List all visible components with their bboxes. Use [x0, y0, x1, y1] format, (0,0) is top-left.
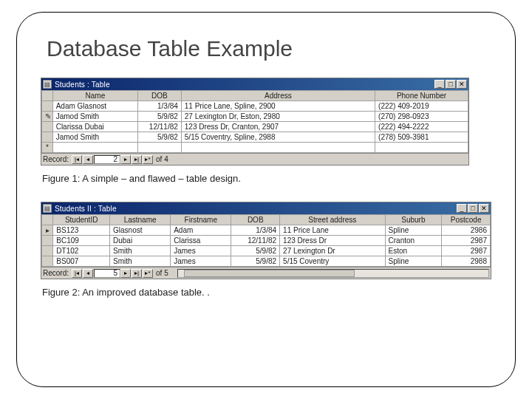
nav-next-button[interactable]: ▸	[120, 269, 131, 278]
table-row-new[interactable]: *	[42, 143, 468, 153]
table-row[interactable]: BC109DubaiClarissa12/11/82123 Dress DrCr…	[42, 236, 491, 246]
maximize-button[interactable]: □	[446, 80, 456, 89]
cell[interactable]: 2987	[442, 236, 491, 246]
cell[interactable]: BS007	[53, 256, 110, 267]
row-marker: *	[42, 143, 53, 153]
col-dob[interactable]: DOB	[231, 215, 280, 225]
nav-prev-button[interactable]: ◂	[83, 155, 93, 164]
col-name[interactable]: Name	[52, 91, 137, 101]
cell[interactable]: 12/11/82	[138, 122, 182, 132]
nav-new-button[interactable]: ▸*	[143, 155, 153, 164]
cell[interactable]: Smith	[110, 256, 171, 267]
cell[interactable]: (222) 409-2019	[375, 101, 468, 112]
nav-new-button[interactable]: ▸*	[143, 269, 153, 278]
cell[interactable]: 1/3/84	[138, 101, 182, 112]
record-total: 4	[164, 155, 168, 163]
cell[interactable]	[138, 143, 182, 153]
cell[interactable]: Adam	[171, 225, 231, 236]
close-button[interactable]: ✕	[479, 204, 489, 213]
nav-prev-button[interactable]: ◂	[83, 269, 93, 278]
cell[interactable]: Eston	[385, 246, 442, 256]
table-row[interactable]: Jamod Smith5/9/825/15 Coventry, Spline, …	[42, 132, 468, 143]
figure1-table[interactable]: Name DOB Address Phone Number Adam Glasn…	[41, 90, 468, 153]
row-selector-header	[42, 91, 53, 101]
cell[interactable]: Clarissa Dubai	[52, 122, 137, 132]
cell[interactable]: 123 Dress Dr	[280, 236, 385, 246]
table-header-row: Name DOB Address Phone Number	[42, 91, 468, 101]
table-row[interactable]: BS007SmithJames5/9/825/15 CoventrySpline…	[42, 256, 491, 267]
table-row[interactable]: Clarissa Dubai12/11/82123 Dress Dr, Cran…	[42, 122, 468, 132]
cell[interactable]: Cranton	[385, 236, 442, 246]
cell[interactable]: Spline	[385, 256, 442, 267]
cell[interactable]: 2986	[442, 225, 491, 236]
slide-frame: Database Table Example ▤ Students : Tabl…	[16, 12, 516, 387]
record-number-input[interactable]: 5	[94, 269, 120, 278]
figure2-table[interactable]: StudentID Lastname Firstname DOB Street …	[41, 214, 491, 267]
cell[interactable]: 2987	[442, 246, 491, 256]
col-firstname[interactable]: Firstname	[171, 215, 231, 225]
cell[interactable]: 11 Price Lane, Spline, 2900	[181, 101, 375, 112]
cell[interactable]: Jamod Smith	[52, 132, 137, 143]
table-row[interactable]: Adam Glasnost1/3/8411 Price Lane, Spline…	[42, 101, 468, 112]
cell[interactable]: DT102	[53, 246, 110, 256]
figure2-caption: Figure 2: An improved database table. .	[42, 287, 491, 298]
cell[interactable]: James	[171, 256, 231, 267]
cell[interactable]: 5/9/82	[138, 112, 182, 122]
row-marker	[42, 256, 53, 267]
horizontal-scrollbar[interactable]	[177, 269, 489, 278]
col-lastname[interactable]: Lastname	[110, 215, 171, 225]
col-studentid[interactable]: StudentID	[53, 215, 110, 225]
nav-last-button[interactable]: ▸|	[132, 269, 142, 278]
cell[interactable]: 27 Lexington Dr	[280, 246, 385, 256]
cell[interactable]	[52, 143, 137, 153]
cell[interactable]: BC109	[53, 236, 110, 246]
cell[interactable]: 5/15 Coventry	[280, 256, 385, 267]
cell[interactable]	[375, 143, 468, 153]
table-icon: ▤	[43, 204, 52, 213]
record-total: 5	[164, 269, 168, 277]
nav-next-button[interactable]: ▸	[120, 155, 131, 164]
cell[interactable]: 27 Lexington Dr, Eston, 2980	[181, 112, 375, 122]
cell[interactable]: Jamod Smith	[52, 112, 137, 122]
close-button[interactable]: ✕	[457, 80, 467, 89]
cell[interactable]: 5/9/82	[138, 132, 182, 143]
col-street[interactable]: Street address	[280, 215, 385, 225]
minimize-button[interactable]: _	[457, 204, 467, 213]
cell[interactable]: 2988	[442, 256, 491, 267]
cell[interactable]: (222) 494-2222	[375, 122, 468, 132]
cell[interactable]: 12/11/82	[231, 236, 280, 246]
cell[interactable]: (270) 298-0923	[375, 112, 468, 122]
cell[interactable]: Glasnost	[110, 225, 171, 236]
scrollbar-thumb[interactable]	[184, 270, 355, 277]
col-address[interactable]: Address	[181, 91, 375, 101]
cell[interactable]: James	[171, 246, 231, 256]
maximize-button[interactable]: □	[468, 204, 478, 213]
minimize-button[interactable]: _	[434, 80, 445, 89]
cell[interactable]: 1/3/84	[231, 225, 280, 236]
col-phone[interactable]: Phone Number	[375, 91, 468, 101]
table-row[interactable]: ✎Jamod Smith5/9/8227 Lexington Dr, Eston…	[42, 112, 468, 122]
cell[interactable]: Spline	[385, 225, 442, 236]
figure1-window-title: Students : Table	[55, 81, 434, 89]
col-dob[interactable]: DOB	[138, 91, 182, 101]
table-row[interactable]: DT102SmithJames5/9/8227 Lexington DrEsto…	[42, 246, 491, 256]
col-postcode[interactable]: Postcode	[442, 215, 491, 225]
cell[interactable]: Adam Glasnost	[52, 101, 137, 112]
cell[interactable]: 11 Price Lane	[280, 225, 385, 236]
col-suburb[interactable]: Suburb	[385, 215, 442, 225]
cell[interactable]: 5/9/82	[231, 246, 280, 256]
cell[interactable]: (278) 509-3981	[375, 132, 468, 143]
nav-last-button[interactable]: ▸|	[132, 155, 142, 164]
cell[interactable]: Clarissa	[171, 236, 231, 246]
cell[interactable]	[181, 143, 375, 153]
nav-first-button[interactable]: |◂	[72, 155, 82, 164]
nav-first-button[interactable]: |◂	[72, 269, 82, 278]
cell[interactable]: 5/15 Coventry, Spline, 2988	[181, 132, 375, 143]
cell[interactable]: 5/9/82	[231, 256, 280, 267]
cell[interactable]: 123 Dress Dr, Cranton, 2907	[181, 122, 375, 132]
cell[interactable]: BS123	[53, 225, 110, 236]
cell[interactable]: Smith	[110, 246, 171, 256]
record-number-input[interactable]: 2	[94, 155, 120, 164]
table-row[interactable]: ▸BS123GlasnostAdam1/3/8411 Price LaneSpl…	[42, 225, 491, 236]
cell[interactable]: Dubai	[110, 236, 171, 246]
